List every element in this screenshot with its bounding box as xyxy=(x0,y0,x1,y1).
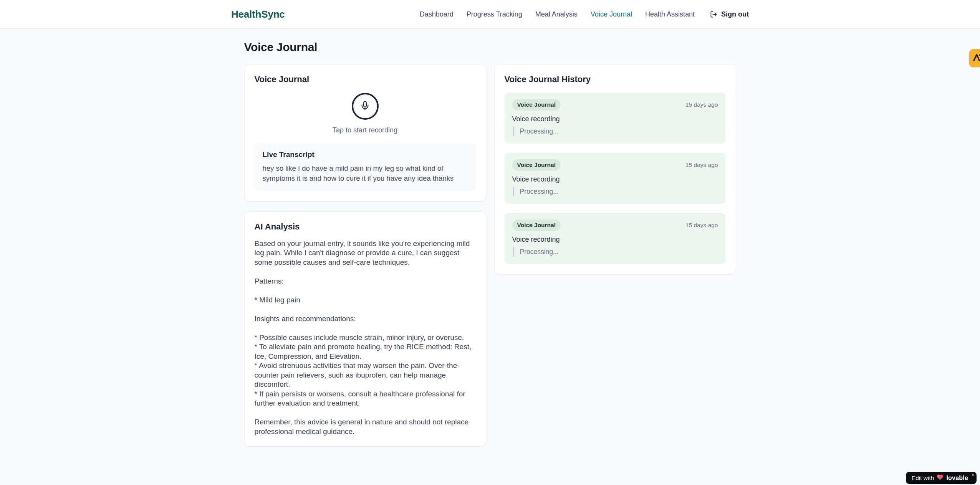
entry-label: Voice recording xyxy=(512,236,718,244)
nav-item-dashboard[interactable]: Dashboard xyxy=(420,10,454,18)
entry-status: Processing... xyxy=(513,247,718,257)
sign-out-button[interactable]: Sign out xyxy=(710,10,749,18)
left-column: Voice Journal Tap to start recording xyxy=(244,64,486,447)
entry-timestamp: 15 days ago xyxy=(685,222,718,229)
edit-with-lovable-badge[interactable]: Edit with lovable × xyxy=(906,472,977,484)
main-content: Voice Journal Voice Journal xyxy=(244,29,736,447)
history-entry[interactable]: Voice Journal 15 days ago Voice recordin… xyxy=(505,153,726,204)
entry-status: Processing... xyxy=(513,187,718,196)
entry-label: Voice recording xyxy=(512,175,718,183)
log-out-icon xyxy=(710,11,717,18)
history-entry[interactable]: Voice Journal 15 days ago Voice recordin… xyxy=(505,213,726,264)
history-card-title: Voice Journal History xyxy=(505,74,726,84)
edit-badge-prefix: Edit with xyxy=(912,475,934,482)
main-nav: Dashboard Progress Tracking Meal Analysi… xyxy=(420,10,749,18)
entry-timestamp: 15 days ago xyxy=(685,101,718,108)
nav-item-meal-analysis[interactable]: Meal Analysis xyxy=(535,10,578,18)
edit-badge-brand: lovable xyxy=(946,475,968,482)
entry-status: Processing... xyxy=(513,127,718,136)
microphone-icon xyxy=(360,101,370,112)
entry-timestamp: 15 days ago xyxy=(685,162,718,168)
recorder-card-title: Voice Journal xyxy=(255,74,476,84)
live-transcript-text: hey so like I do have a mild pain in my … xyxy=(263,163,468,184)
ai-analysis-title: AI Analysis xyxy=(255,222,476,232)
page-title: Voice Journal xyxy=(244,41,736,54)
ai-analysis-body: Based on your journal entry, it sounds l… xyxy=(255,239,476,437)
history-entry-header: Voice Journal 15 days ago xyxy=(512,99,718,111)
tap-to-record-hint: Tap to start recording xyxy=(255,126,476,134)
sign-out-label: Sign out xyxy=(721,10,749,18)
entry-type-badge: Voice Journal xyxy=(512,159,561,171)
nav-item-progress-tracking[interactable]: Progress Tracking xyxy=(467,10,522,18)
header-container: HealthSync Dashboard Progress Tracking M… xyxy=(231,8,749,20)
entry-type-badge: Voice Journal xyxy=(512,99,561,111)
voice-journal-history-card: Voice Journal History Voice Journal 15 d… xyxy=(494,64,736,274)
entry-type-badge: Voice Journal xyxy=(512,219,561,231)
live-transcript-box: Live Transcript hey so like I do have a … xyxy=(255,143,476,191)
extension-overlay-badge[interactable] xyxy=(969,49,980,67)
edit-badge-close-icon[interactable]: × xyxy=(972,473,974,477)
nav-item-voice-journal[interactable]: Voice Journal xyxy=(591,10,632,18)
lovable-heart-icon xyxy=(937,474,944,482)
header: HealthSync Dashboard Progress Tracking M… xyxy=(0,0,980,29)
ai-analysis-card: AI Analysis Based on your journal entry,… xyxy=(244,211,486,447)
extension-badge-icon xyxy=(972,53,980,64)
live-transcript-title: Live Transcript xyxy=(263,150,468,159)
history-list: Voice Journal 15 days ago Voice recordin… xyxy=(505,92,726,264)
history-entry-header: Voice Journal 15 days ago xyxy=(512,159,718,171)
record-button[interactable] xyxy=(352,93,379,120)
content-grid: Voice Journal Tap to start recording xyxy=(244,64,736,447)
history-entry[interactable]: Voice Journal 15 days ago Voice recordin… xyxy=(505,92,726,144)
brand-logo[interactable]: HealthSync xyxy=(231,8,285,20)
nav-item-health-assistant[interactable]: Health Assistant xyxy=(645,10,695,18)
recorder-body: Tap to start recording Live Transcript h… xyxy=(255,93,476,191)
history-entry-header: Voice Journal 15 days ago xyxy=(512,219,718,231)
right-column: Voice Journal History Voice Journal 15 d… xyxy=(494,64,736,274)
voice-recorder-card: Voice Journal Tap to start recording xyxy=(244,64,486,201)
entry-label: Voice recording xyxy=(512,115,718,123)
